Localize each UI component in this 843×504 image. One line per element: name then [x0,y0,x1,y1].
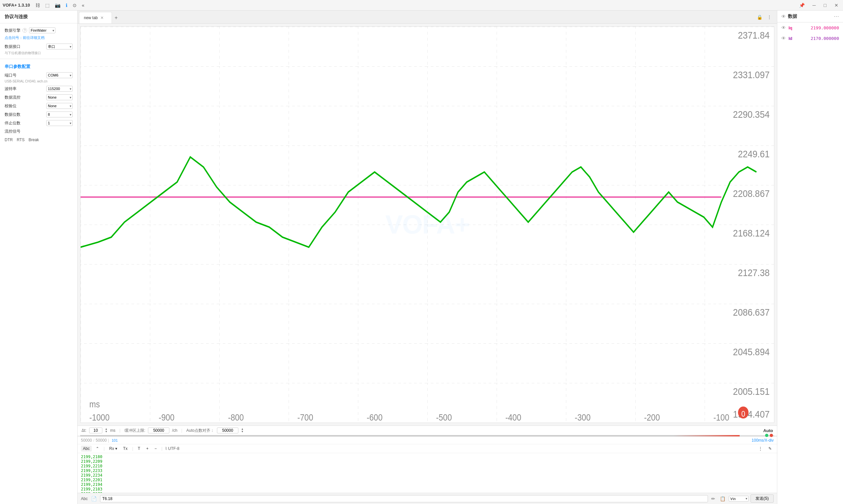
svg-text:-700: -700 [297,412,313,422]
count-total: 50000 [96,438,107,443]
stop-bits-label: 停止位数 [5,120,20,126]
github-icon[interactable]: ⊙ [71,2,78,8]
break-label[interactable]: Break [29,138,39,142]
serial-data-line: 2199,2180 [81,454,774,459]
eraser-icon[interactable]: ✏ [710,496,717,502]
main-layout: 协议与连接 数据引擎 ? FireWater JustFloat RawData… [0,11,843,504]
ms-label: ms [110,428,116,433]
sidebar-section-title: 协议与连接 [0,11,77,21]
serial-data-line: 2199,2183 [81,487,774,491]
minimize-button[interactable]: ─ [811,2,818,8]
close-button[interactable]: ✕ [832,2,840,8]
data-interface-select[interactable]: 串口 TCP UDP [46,43,73,50]
delta-t-label: Δt: [82,428,87,433]
svg-rect-0 [81,27,774,422]
auto-label: Auto [763,428,773,433]
svg-text:2331.097: 2331.097 [733,69,770,80]
rts-label[interactable]: RTS [17,138,25,142]
stop-bits-select[interactable]: 1 2 [46,120,73,126]
per-ch-label: /ch [172,428,177,433]
add-tab-button[interactable]: + [112,12,120,23]
data-driver-hint[interactable]: 点击问号：前往详细文档 [0,35,77,42]
input-bar: Abc 📄 ✏ 📋 \r\n \n None 发送(S) [78,493,777,504]
svg-text:-800: -800 [228,412,244,422]
svg-text:2086.637: 2086.637 [733,307,770,318]
right-panel-header: 👁 数据 ⋯ [777,11,843,22]
dtr-label[interactable]: DTR [5,138,13,142]
buffer-input[interactable] [148,428,169,433]
file-icon[interactable]: 📄 [90,496,98,502]
data-interface-hint: 与下位机通信的物理接口 [0,51,77,57]
baud-label: 波特率 [5,86,17,92]
minus-btn[interactable]: − [153,446,159,452]
parity-select[interactable]: None Even Odd [46,103,73,109]
id-eye-icon[interactable]: 👁 [781,36,786,41]
baud-select[interactable]: 115200 9600 57600 [46,86,73,92]
iq-channel-name: Iq [789,25,798,30]
delta-t-input[interactable] [89,428,102,433]
auto-align-down[interactable]: ▼ [241,430,244,433]
svg-text:-600: -600 [367,412,383,422]
right-panel-menu-icon[interactable]: ⋯ [834,13,839,19]
content-area: new tab ✕ + 🔒 ⋮ VOFA+ [78,11,777,504]
serial-data-line: 2199,2233 [81,468,774,473]
copy-icon[interactable]: 📋 [719,496,727,502]
data-bits-select-wrapper: 8 7 [46,111,73,118]
serial-menu-icon[interactable]: ⋮ [756,446,764,452]
data-driver-select[interactable]: FireWater JustFloat RawData [29,28,55,33]
link-icon[interactable]: ⛓ [34,2,41,8]
tab-close-button[interactable]: ✕ [100,16,104,20]
data-bits-select[interactable]: 8 7 [46,111,73,118]
flow-control-select[interactable]: None XON/XOFF [46,94,73,100]
svg-text:-900: -900 [159,412,175,422]
anchor-btn[interactable]: ⌃ [94,446,101,452]
serial-data-line: 2199,2210 [81,464,774,468]
auto-align-input[interactable] [217,428,238,433]
titlebar: VOFA+ 1.3.10 ⛓ ⬚ 📷 ℹ ⊙ « 📌 ─ □ ✕ [0,0,843,11]
flow-signals-row: 流控信号 [0,127,77,136]
iq-channel-value: 2199.000000 [811,25,839,30]
plus-btn[interactable]: + [144,446,151,452]
auto-align-label: Auto点数对齐： [186,428,214,433]
serial-config-title: 串口参数配置 [0,61,77,71]
progress-bar [80,435,774,436]
count-display: 50000 / 50000 | 101 100ms/X-div [78,437,777,444]
tab-label: new tab [84,16,98,20]
stop-bits-row: 停止位数 1 2 [0,119,77,127]
time-btn[interactable]: T [136,446,142,452]
frame-icon[interactable]: ⬚ [44,2,51,8]
pin-icon[interactable]: 📌 [797,2,807,8]
chevrons-left-icon[interactable]: « [81,2,86,8]
window-controls: 📌 ─ □ ✕ [797,2,840,8]
iq-eye-icon[interactable]: 👁 [781,25,786,30]
flow-control-label: 数据流控 [5,95,20,100]
svg-text:-100: -100 [713,412,729,422]
lock-icon[interactable]: 🔒 [756,14,764,20]
serial-content[interactable]: 2199,21802199,22092199,22102199,22332199… [78,453,777,493]
camera-icon[interactable]: 📷 [53,2,62,8]
info-icon[interactable]: ℹ [64,2,69,8]
svg-text:ms: ms [89,399,100,409]
maximize-button[interactable]: □ [822,2,828,8]
tab-bar: new tab ✕ + 🔒 ⋮ [78,11,777,24]
help-icon[interactable]: ? [22,28,27,33]
newline-select[interactable]: \r\n \n None [729,496,749,502]
svg-text:-400: -400 [505,412,521,422]
tab-menu-icon[interactable]: ⋮ [766,14,773,20]
svg-text:0: 0 [741,409,745,418]
data-driver-select-wrapper: FireWater JustFloat RawData [29,28,55,33]
parity-label: 校验位 [5,103,17,109]
rx-btn[interactable]: Rx ▾ [107,446,119,452]
delta-t-down[interactable]: ▼ [105,430,108,433]
baud-row: 波特率 115200 9600 57600 [0,85,77,93]
send-button[interactable]: 发送(S) [751,494,774,503]
tx-btn[interactable]: Tx [121,446,130,452]
tab-new-tab[interactable]: new tab ✕ [79,12,112,23]
clear-icon[interactable]: ✎ [767,446,774,452]
svg-text:2005.151: 2005.151 [733,386,770,397]
input-field[interactable] [100,495,708,502]
svg-text:2290.354: 2290.354 [733,109,770,120]
abc-btn[interactable]: Abc [81,446,92,452]
port-select[interactable]: COM6 COM1 COM2 [46,72,73,78]
buffer-label: 缓冲区上限: [124,428,145,433]
